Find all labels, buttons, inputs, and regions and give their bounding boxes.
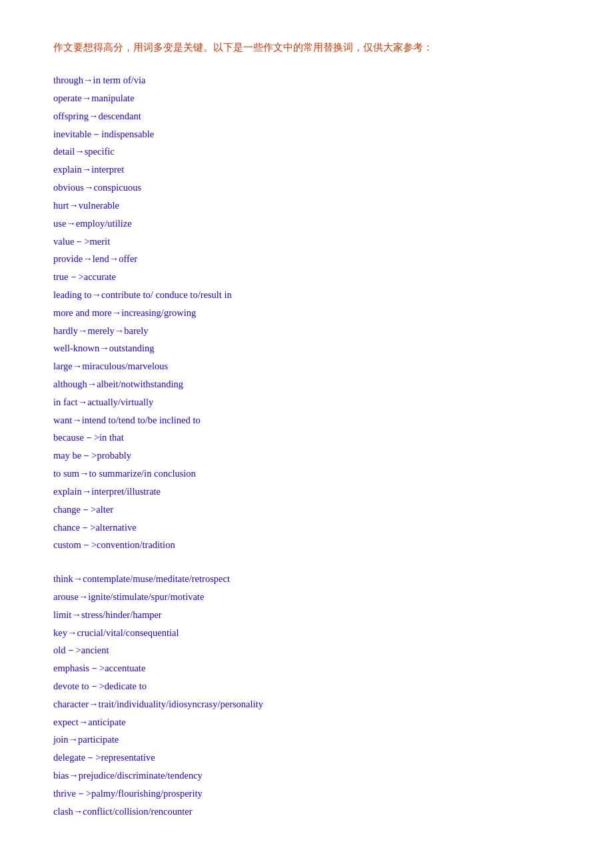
list-item: in fact→actually/virtually xyxy=(53,393,560,411)
list-item: well-known→outstanding xyxy=(53,339,560,357)
list-item: expect→anticipate xyxy=(53,713,560,731)
list-item: offspring→descendant xyxy=(53,107,560,125)
list-item: chance－>alternative xyxy=(53,519,560,537)
list-item: provide→lend→offer xyxy=(53,250,560,268)
intro-text: 作文要想得高分，用词多变是关键。以下是一些作文中的常用替换词，仅供大家参考： xyxy=(53,40,560,55)
list-item: change－>alter xyxy=(53,501,560,519)
word-list-section1: through→in term of/viaoperate→manipulate… xyxy=(53,71,560,554)
list-item: devote to－>dedicate to xyxy=(53,677,560,695)
list-item: thrive－>palmy/flourishing/prosperity xyxy=(53,785,560,803)
word-list-section2: think→contemplate/muse/meditate/retrospe… xyxy=(53,570,560,820)
list-item: obvious→conspicuous xyxy=(53,179,560,197)
list-item: large→miraculous/marvelous xyxy=(53,357,560,375)
list-item: although→albeit/notwithstanding xyxy=(53,375,560,393)
list-item: custom－>convention/tradition xyxy=(53,536,560,554)
list-item: use→employ/utilize xyxy=(53,215,560,233)
list-item: emphasis－>accentuate xyxy=(53,659,560,677)
list-item: join→participate xyxy=(53,731,560,749)
list-item: hardly→merely→barely xyxy=(53,322,560,340)
list-item: leading to→contribute to/ conduce to/res… xyxy=(53,286,560,304)
list-item: explain→interpret/illustrate xyxy=(53,483,560,501)
list-item: to sum→to summarize/in conclusion xyxy=(53,465,560,483)
list-item: detail→specific xyxy=(53,143,560,161)
list-item: arouse→ignite/stimulate/spur/motivate xyxy=(53,588,560,606)
list-item: through→in term of/via xyxy=(53,71,560,89)
list-item: think→contemplate/muse/meditate/retrospe… xyxy=(53,570,560,588)
list-item: because－>in that xyxy=(53,429,560,447)
list-item: operate→manipulate xyxy=(53,89,560,107)
list-item: may be－>probably xyxy=(53,447,560,465)
list-item: explain→interpret xyxy=(53,161,560,179)
list-item: value－>merit xyxy=(53,233,560,251)
list-item: character→trait/individuality/idiosyncra… xyxy=(53,695,560,713)
list-item: old－>ancient xyxy=(53,641,560,659)
list-item: want→intend to/tend to/be inclined to xyxy=(53,411,560,429)
list-item: delegate－>representative xyxy=(53,749,560,767)
list-item: bias→prejudice/discriminate/tendency xyxy=(53,767,560,785)
list-item: true－>accurate xyxy=(53,268,560,286)
list-item: hurt→vulnerable xyxy=(53,197,560,215)
list-item: clash→conflict/collision/rencounter xyxy=(53,803,560,821)
list-item: more and more→increasing/growing xyxy=(53,304,560,322)
list-item: inevitable－indispensable xyxy=(53,125,560,143)
list-item: key→crucial/vital/consequential xyxy=(53,624,560,642)
list-item: limit→stress/hinder/hamper xyxy=(53,606,560,624)
